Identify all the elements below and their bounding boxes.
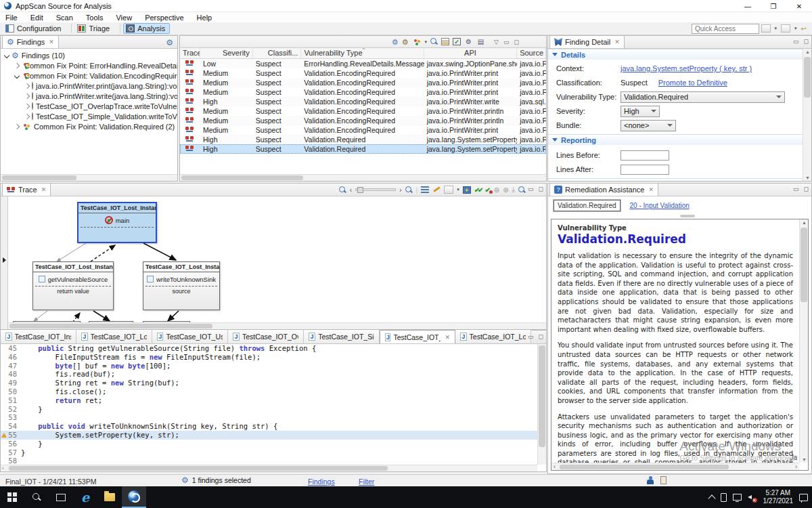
slider-right-icon[interactable]: › (399, 186, 401, 194)
column-header-vulnerability-type[interactable]: Vulnerability Type^ (301, 48, 424, 58)
tree-expand-icon[interactable] (24, 93, 30, 98)
editor-vscrollbar[interactable] (537, 344, 546, 465)
perspective-analysis[interactable]: Analysis (123, 23, 170, 34)
chevron-down-icon[interactable]: ▾ (775, 26, 777, 31)
maximize-panel-icon[interactable]: ◻ (514, 39, 519, 45)
table-row[interactable]: MediumSuspectValidation.EncodingRequired… (180, 106, 546, 116)
table-row[interactable]: HighSuspectValidation.EncodingRequiredja… (180, 97, 546, 106)
filter-gear2-icon[interactable]: ⚙ (402, 38, 409, 46)
close-icon[interactable]: ✕ (648, 186, 654, 193)
findings-table-hscrollbar[interactable] (180, 174, 546, 181)
tree-collapse-icon[interactable] (14, 72, 20, 78)
tree-item[interactable]: Common Fix Point: Validation.Required (2… (1, 121, 177, 131)
slider-left-icon[interactable]: ‹ (350, 186, 352, 194)
network-icon[interactable] (733, 494, 742, 501)
scroll-up-icon[interactable]: ▲ (805, 49, 811, 54)
sash-handle[interactable] (680, 215, 695, 217)
status-filter-link[interactable]: Filter (359, 478, 374, 486)
editor-tab[interactable]: JTestCase_IOT_Los... (455, 330, 531, 343)
column-header-severity[interactable]: Severity (200, 48, 253, 58)
filter-gear-icon[interactable]: ⚙ (392, 38, 399, 46)
layout-icon[interactable] (444, 186, 453, 194)
column-header-trace[interactable]: Trace (180, 48, 200, 58)
tree-expand-icon[interactable] (14, 62, 20, 68)
file-explorer-button[interactable] (97, 486, 122, 508)
menu-view[interactable]: View (116, 14, 132, 22)
edit-trace-icon[interactable] (432, 186, 441, 194)
trace-icon[interactable] (185, 127, 194, 133)
code-line[interactable]: 55 System.setProperty(key, str); (1, 431, 537, 440)
speaker-muted-icon[interactable] (748, 493, 757, 501)
clipboard-icon[interactable] (660, 476, 667, 484)
table-row[interactable]: MediumSuspectValidation.EncodingRequired… (180, 116, 546, 125)
maximize-panel-icon[interactable]: ◻ (539, 333, 543, 340)
table-row[interactable]: HighSuspectValidation.Requiredjava.lang.… (180, 144, 546, 154)
quick-access-input[interactable] (692, 24, 759, 34)
trace-node-sink[interactable]: TestCase_IOT_Lost_Instance writeToUnknow… (143, 261, 220, 310)
minimize-panel-icon[interactable]: ▭ (528, 333, 534, 340)
tree-expand-icon[interactable] (24, 83, 30, 88)
tab-remediation-assistance[interactable]: ? Remediation Assistance ✕ (549, 183, 658, 196)
code-line[interactable]: 48 fis.read(buf); (1, 370, 537, 379)
bundle-select[interactable]: <none> (621, 120, 676, 131)
maximize-panel-icon[interactable]: ◻ (804, 38, 809, 45)
trace-icon[interactable] (185, 79, 194, 85)
menu-edit[interactable]: Edit (30, 14, 43, 22)
tree-item[interactable]: Common Fix Point: ErrorHandling.RevealDe… (1, 60, 177, 70)
notes-section-header[interactable]: Notes (548, 178, 803, 181)
code-line[interactable]: 45 public String getVulnerableSource(Str… (1, 344, 537, 353)
table-row[interactable]: MediumSuspectValidation.EncodingRequired… (180, 125, 546, 135)
scroll-left-icon[interactable]: ‹ (554, 463, 556, 470)
trace-icon[interactable] (185, 89, 194, 95)
table-row[interactable]: MediumSuspectValidation.EncodingRequired… (180, 68, 546, 78)
menu-perspective[interactable]: Perspective (145, 14, 183, 22)
trace-hscrollbar[interactable] (8, 322, 546, 329)
code-line[interactable]: 56 } (1, 440, 537, 448)
tree-item[interactable]: java.io.PrintWriter.write(java.lang.Stri… (1, 91, 177, 101)
zoom-out-icon[interactable] (339, 186, 346, 194)
column-header-classifi-[interactable]: Classifi... (253, 48, 302, 58)
reporting-section-header[interactable]: Reporting (548, 134, 803, 145)
remediation-hscrollbar[interactable]: ‹ › (551, 463, 799, 470)
step-back-icon[interactable]: ⊜ (494, 186, 499, 194)
editor-tab[interactable]: JTestCase_IOT_Los... (76, 330, 152, 343)
maximize-panel-icon[interactable]: ◻ (539, 186, 543, 192)
perspective-triage[interactable]: Triage (74, 23, 114, 34)
close-icon[interactable]: ✕ (614, 39, 620, 45)
tree-item[interactable]: TestCase_IOT_Simple_Validation.writeToVu… (1, 111, 177, 121)
table-row[interactable]: MediumSuspectValidation.EncodingRequired… (180, 78, 546, 87)
export-icon[interactable]: ▤ (476, 38, 485, 46)
trace-icon[interactable] (185, 136, 194, 142)
vulnerability-type-select[interactable]: Validation.Required (621, 91, 785, 103)
code-line[interactable]: 46 FileInputStream fis = new FileInputSt… (1, 353, 537, 362)
back-history-icon[interactable]: ↩ (801, 25, 807, 33)
details-section-header[interactable]: Details (548, 49, 803, 60)
select-all-icon[interactable]: ✓ (453, 38, 461, 45)
status-findings-link[interactable]: Findings (308, 478, 335, 486)
table-view-icon[interactable] (441, 38, 449, 45)
close-icon[interactable]: ✕ (445, 334, 450, 341)
perspective-configuration[interactable]: Configuration (3, 23, 66, 34)
code-line[interactable]: 47 byte[] buf = new byte[100]; (1, 362, 537, 371)
scan-config-icon[interactable]: ⚙ (464, 38, 473, 46)
vulnerability-type-button[interactable]: Validation.Required (554, 200, 621, 211)
tree-expand-icon[interactable] (14, 123, 20, 129)
tree-collapse-icon[interactable] (4, 52, 9, 58)
editor-tab[interactable]: JTestCase_IOT_Los...✕ (380, 330, 455, 343)
severity-select[interactable]: High (621, 106, 660, 117)
lines-before-input[interactable] (621, 150, 669, 161)
code-line[interactable]: 50 fis.close(); (1, 387, 537, 396)
view-menu-icon[interactable]: ▽ (494, 39, 499, 45)
chevron-down-icon[interactable]: ▾ (425, 39, 428, 45)
device-icon[interactable] (721, 493, 727, 502)
context-link[interactable]: java.lang.System.setProperty ( key, str … (621, 64, 752, 72)
trace-node-source[interactable]: TestCase_IOT_Lost_Instance getVulnerable… (32, 261, 114, 310)
clock[interactable]: 5:27 AM 1/27/2021 (763, 489, 794, 505)
group-by-icon[interactable] (412, 38, 422, 46)
trace-icon[interactable] (185, 60, 194, 66)
close-icon[interactable]: ✕ (49, 39, 54, 45)
tree-item[interactable]: ⚙Findings (10) (1, 50, 177, 60)
tree-item[interactable]: TestCase_IOT_OverlapTrace.writeToVulnera… (1, 101, 177, 111)
restore-button[interactable]: ❐ (761, 0, 786, 12)
task-view-button[interactable] (49, 486, 73, 508)
